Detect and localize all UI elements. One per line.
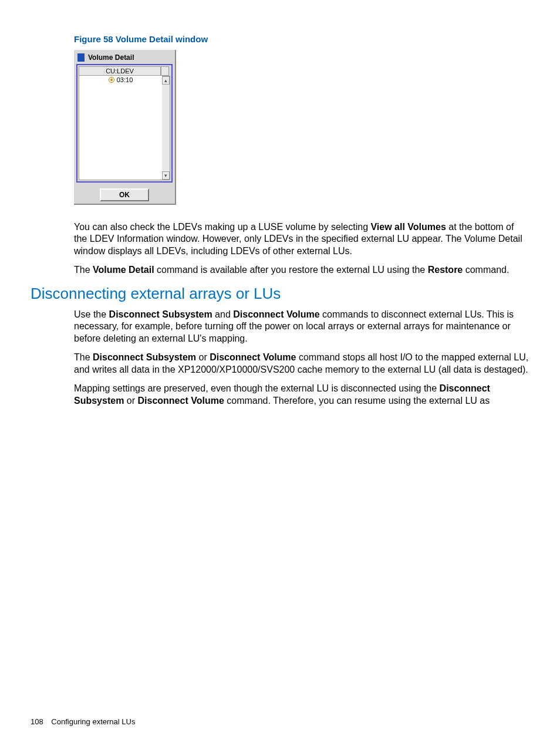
text: Use the [74,309,109,319]
body-text: You can also check the LDEVs making up a… [74,221,529,276]
bold-text: Disconnect Subsystem [93,352,196,362]
column-header-culdev: CU:LDEV [79,66,161,76]
bold-text: Restore [428,265,463,275]
footer-section: Configuring external LUs [51,717,135,726]
bold-text: Disconnect Volume [210,352,296,362]
scrollbar[interactable]: ▴ ▾ [162,76,170,180]
dialog-titlebar: Volume Detail [76,52,173,64]
list-body[interactable]: 03:10 [79,76,162,180]
ok-button[interactable]: OK [100,188,149,201]
section-heading: Disconnecting external arrays or LUs [31,285,529,303]
text: The [74,265,93,275]
text: or [124,396,137,406]
text: The [74,352,93,362]
bold-text: Disconnect Subsystem [109,309,212,319]
dialog-footer: OK [76,183,173,201]
dialog-title: Volume Detail [88,53,134,62]
volume-icon [109,77,114,83]
paragraph: The Disconnect Subsystem or Disconnect V… [74,352,529,376]
bold-text: Volume Detail [93,265,154,275]
figure-caption: Figure 58 Volume Detail window [74,34,529,44]
text: or [196,352,210,362]
page-footer: 108 Configuring external LUs [31,717,135,726]
paragraph: The Volume Detail command is available a… [74,264,529,276]
list-item[interactable]: 03:10 [79,76,162,84]
dialog-icon [77,53,85,62]
text: You can also check the LDEVs making up a… [74,222,370,232]
bold-text: View all Volumes [370,222,446,232]
bold-text: Disconnect Volume [138,396,224,406]
list-item-label: 03:10 [117,76,133,83]
list-container: CU:LDEV 03:10 ▴ ▾ [76,64,173,183]
text: command is available after you restore t… [154,265,428,275]
text: and [212,309,234,319]
scroll-up-button[interactable]: ▴ [162,76,170,85]
paragraph: Mapping settings are preserved, even tho… [74,383,529,407]
header-scroll-gap [161,66,169,76]
text: command. Therefore, you can resume using… [224,396,490,406]
bold-text: Disconnect Volume [233,309,319,319]
paragraph: Use the Disconnect Subsystem and Disconn… [74,309,529,345]
text: command. [463,265,509,275]
volume-detail-dialog: Volume Detail CU:LDEV 03:10 ▴ ▾ [74,50,176,205]
scroll-down-button[interactable]: ▾ [162,171,170,180]
paragraph: You can also check the LDEVs making up a… [74,221,529,257]
page-number: 108 [31,717,43,726]
text: Mapping settings are preserved, even tho… [74,383,440,393]
body-text: Use the Disconnect Subsystem and Disconn… [74,309,529,407]
